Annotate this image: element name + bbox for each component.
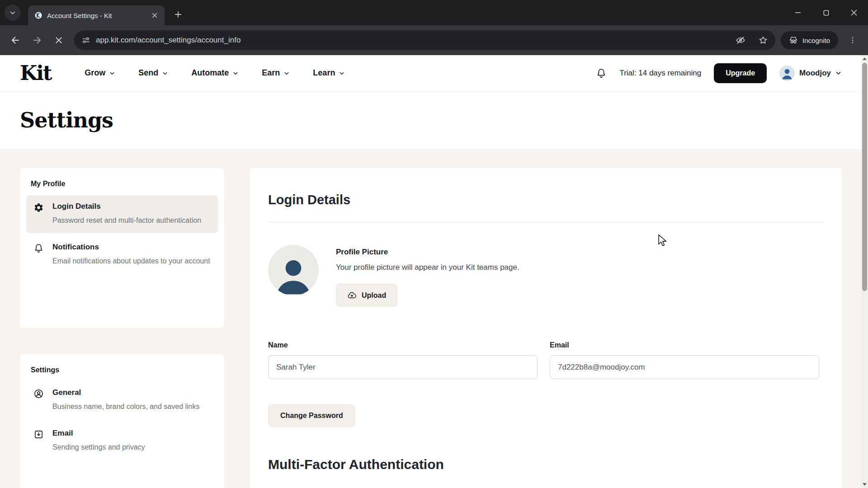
nav-grow[interactable]: Grow xyxy=(85,68,115,78)
back-button[interactable] xyxy=(5,30,25,50)
sidebar-heading-settings: Settings xyxy=(31,366,213,374)
sidebar-item-label: Login Details xyxy=(52,202,201,211)
nav-automate[interactable]: Automate xyxy=(191,68,238,78)
login-details-panel: Login Details Profile Picture Your profi… xyxy=(250,168,842,488)
new-tab-button[interactable] xyxy=(171,7,185,22)
chevron-down-icon xyxy=(339,70,344,76)
account-name: Moodjoy xyxy=(799,69,831,78)
sidebar-heading-my-profile: My Profile xyxy=(31,180,213,188)
minimize-button[interactable] xyxy=(784,0,812,25)
browser-tabstrip: Account Settings - Kit xyxy=(0,0,868,25)
person-icon xyxy=(779,66,795,81)
header-right: Trial: 14 days remaining Upgrade Moodjoy xyxy=(596,63,841,83)
sidebar-item-email[interactable]: Email Sending settings and privacy xyxy=(26,422,218,460)
scrollbar[interactable] xyxy=(861,55,868,488)
tab-search-button[interactable] xyxy=(5,5,21,21)
name-field-group: Name xyxy=(268,341,538,379)
nav-label: Learn xyxy=(313,68,335,78)
primary-nav: Grow Send Automate Earn Learn xyxy=(85,68,344,78)
incognito-icon xyxy=(789,36,798,45)
app-header: Kit Grow Send Automate Earn Learn Trial:… xyxy=(0,55,861,91)
kebab-menu-icon xyxy=(849,36,857,44)
bell-icon xyxy=(33,243,45,267)
gear-icon xyxy=(33,202,45,226)
profile-picture-description: Your profile picture will appear in your… xyxy=(336,263,519,272)
sidebar-item-label: General xyxy=(52,388,200,397)
kit-logo[interactable]: Kit xyxy=(20,63,51,83)
browser-toolbar: app.kit.com/account_settings/account_inf… xyxy=(0,25,868,55)
profile-picture-title: Profile Picture xyxy=(336,248,519,257)
plus-icon xyxy=(175,11,182,18)
sidebar-item-description: Email notifications about updates to you… xyxy=(52,255,210,267)
browser-tab[interactable]: Account Settings - Kit xyxy=(28,5,165,25)
window-controls xyxy=(784,0,868,25)
site-info-icon[interactable] xyxy=(81,36,90,45)
chevron-down-icon xyxy=(109,70,115,76)
account-avatar xyxy=(779,66,795,81)
person-circle-icon xyxy=(33,388,45,413)
address-bar[interactable]: app.kit.com/account_settings/account_inf… xyxy=(74,30,775,50)
chevron-down-icon xyxy=(284,70,289,76)
divider xyxy=(268,222,824,222)
bookmark-button[interactable] xyxy=(755,32,772,49)
cloud-upload-icon xyxy=(347,291,357,300)
sidebar-profile-card: My Profile Login Details Password reset … xyxy=(20,168,224,328)
sidebar-item-description: Password reset and multi-factor authenti… xyxy=(52,215,201,226)
tab-close-icon[interactable] xyxy=(149,10,160,21)
eye-off-icon xyxy=(736,35,745,45)
mfa-section-title: Multi-Factor Authentication xyxy=(268,457,824,472)
browser-menu-button[interactable] xyxy=(843,30,863,50)
change-password-button[interactable]: Change Password xyxy=(268,404,355,427)
name-input[interactable] xyxy=(268,355,538,379)
forward-button[interactable] xyxy=(27,30,47,50)
email-input[interactable] xyxy=(550,355,819,379)
scrollbar-thumb[interactable] xyxy=(862,63,867,291)
incognito-badge: Incognito xyxy=(781,31,838,49)
nav-learn[interactable]: Learn xyxy=(313,68,344,78)
fields-row: Name Email xyxy=(268,341,824,379)
profile-picture-row: Profile Picture Your profile picture wil… xyxy=(268,245,824,307)
sidebar-item-description: Business name, brand colors, and saved l… xyxy=(52,401,200,413)
password-reveal-disabled-button[interactable] xyxy=(732,32,749,49)
nav-label: Send xyxy=(138,68,158,78)
incognito-label: Incognito xyxy=(802,37,830,44)
chevron-down-icon xyxy=(233,70,238,76)
page-title-band: Settings xyxy=(0,91,861,149)
email-label: Email xyxy=(550,341,819,349)
nav-label: Grow xyxy=(85,68,105,78)
notifications-bell-icon[interactable] xyxy=(596,68,607,79)
star-icon xyxy=(758,35,768,45)
kit-favicon-icon xyxy=(34,11,42,19)
chevron-down-icon xyxy=(162,70,168,76)
name-label: Name xyxy=(268,341,538,349)
stop-loading-button[interactable] xyxy=(49,30,69,50)
chevron-down-icon xyxy=(835,70,841,76)
nav-label: Automate xyxy=(191,68,229,78)
upload-button[interactable]: Upload xyxy=(336,284,397,307)
scroll-down-arrow[interactable] xyxy=(861,481,868,488)
upload-label: Upload xyxy=(362,291,386,300)
nav-earn[interactable]: Earn xyxy=(262,68,289,78)
nav-label: Earn xyxy=(262,68,280,78)
section-title: Login Details xyxy=(268,192,824,207)
sidebar-item-login-details[interactable]: Login Details Password reset and multi-f… xyxy=(26,195,218,233)
maximize-button[interactable] xyxy=(812,0,840,25)
url-text[interactable]: app.kit.com/account_settings/account_inf… xyxy=(96,36,726,45)
account-menu[interactable]: Moodjoy xyxy=(779,66,841,81)
profile-picture-placeholder xyxy=(268,245,319,296)
sidebar-item-general[interactable]: General Business name, brand colors, and… xyxy=(26,381,218,419)
inbox-arrow-icon xyxy=(33,429,45,453)
chevron-down-icon xyxy=(9,9,16,16)
sidebar-item-label: Notifications xyxy=(52,243,210,252)
trial-status: Trial: 14 days remaining xyxy=(619,69,701,78)
sidebar-item-notifications[interactable]: Notifications Email notifications about … xyxy=(26,236,218,274)
scroll-up-arrow[interactable] xyxy=(861,55,868,62)
page-title: Settings xyxy=(20,108,113,132)
back-arrow-icon xyxy=(10,35,21,46)
upgrade-button[interactable]: Upgrade xyxy=(714,63,767,83)
email-field-group: Email xyxy=(550,341,819,379)
stop-x-icon xyxy=(54,36,63,45)
nav-send[interactable]: Send xyxy=(138,68,168,78)
forward-arrow-icon xyxy=(32,35,42,46)
close-window-button[interactable] xyxy=(840,0,868,25)
